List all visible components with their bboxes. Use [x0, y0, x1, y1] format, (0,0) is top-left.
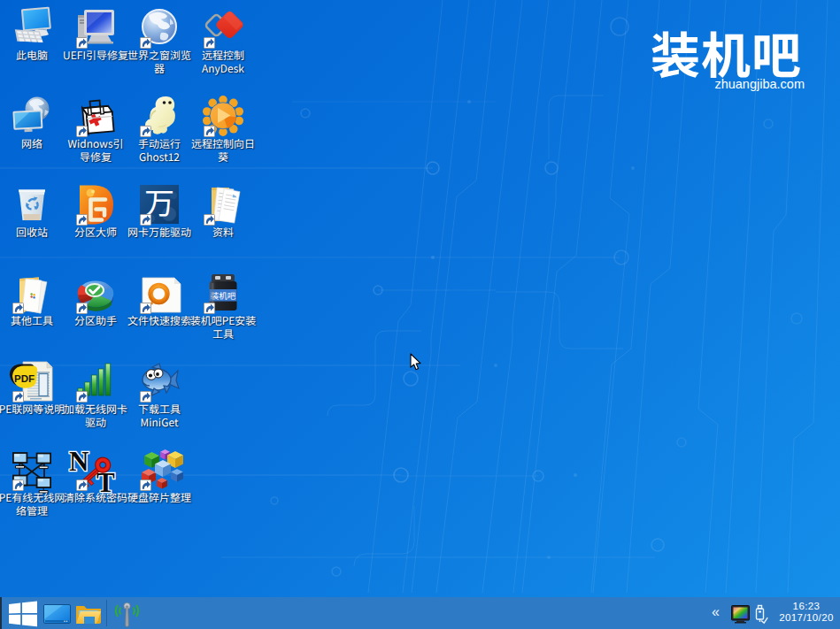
svg-text:装机吧: 装机吧	[211, 289, 236, 302]
svg-text:N: N	[69, 446, 89, 477]
svg-text:PDF: PDF	[14, 373, 35, 384]
